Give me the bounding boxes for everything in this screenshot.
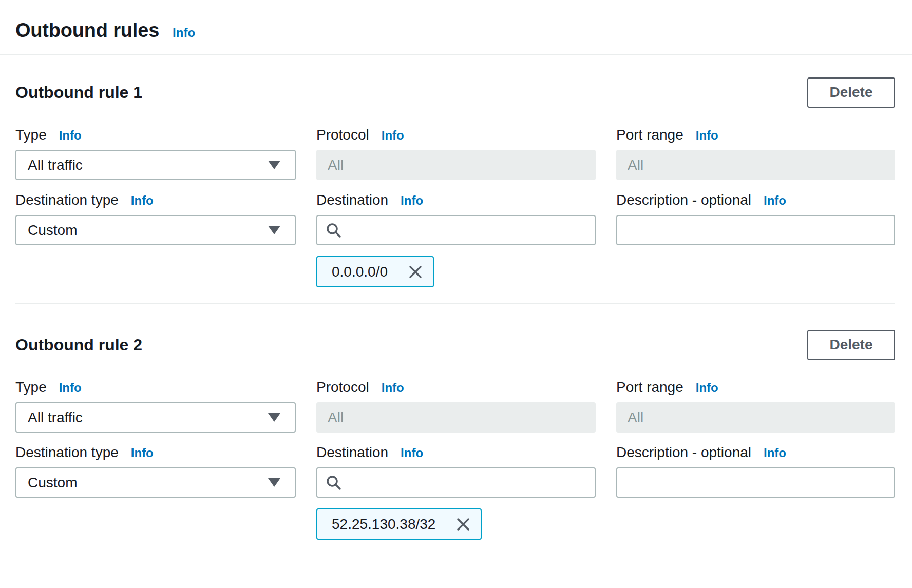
- port-range-info-link[interactable]: Info: [696, 381, 718, 395]
- rule-2-destination-type-label-group: Destination type Info: [15, 444, 296, 461]
- destination-type-select-value: Custom: [28, 222, 77, 239]
- type-label: Type: [15, 379, 47, 396]
- rule-1-token-remove-button[interactable]: [407, 264, 424, 280]
- description-info-link[interactable]: Info: [764, 446, 786, 460]
- type-label: Type: [15, 127, 47, 143]
- rule-1-delete-button[interactable]: Delete: [807, 77, 895, 108]
- protocol-label: Protocol: [316, 127, 369, 143]
- port-range-info-link[interactable]: Info: [696, 128, 718, 143]
- outbound-rules-info-link[interactable]: Info: [173, 26, 195, 40]
- rule-2-heading: Outbound rule 2: [15, 336, 142, 355]
- caret-down-icon: [268, 478, 280, 487]
- port-range-label: Port range: [616, 127, 683, 143]
- token-value: 0.0.0.0/0: [332, 264, 388, 280]
- protocol-info-link[interactable]: Info: [382, 128, 404, 143]
- rule-2-delete-button[interactable]: Delete: [807, 330, 895, 360]
- rule-1-type-select[interactable]: All traffic: [15, 150, 296, 180]
- rule-1-port-range-input: [616, 150, 895, 180]
- rule-2-destination-search-input[interactable]: [349, 475, 586, 491]
- destination-type-select-value: Custom: [28, 475, 77, 491]
- type-info-link[interactable]: Info: [59, 381, 82, 395]
- type-info-link[interactable]: Info: [59, 128, 82, 143]
- protocol-label: Protocol: [316, 379, 369, 396]
- port-range-label: Port range: [616, 379, 683, 396]
- rule-2-port-range-label-group: Port range Info: [616, 379, 895, 396]
- description-label: Description - optional: [616, 192, 751, 208]
- rules-divider: [15, 303, 895, 304]
- search-icon: [326, 222, 342, 239]
- description-label: Description - optional: [616, 444, 751, 461]
- search-icon: [326, 475, 342, 491]
- rule-1-destination-type-select[interactable]: Custom: [15, 215, 296, 245]
- rule-2-destination-type-select[interactable]: Custom: [15, 467, 296, 498]
- token-value: 52.25.130.38/32: [332, 516, 435, 533]
- rule-1-destination-type-label-group: Destination type Info: [15, 192, 296, 208]
- rule-1-protocol-label-group: Protocol Info: [316, 127, 596, 143]
- type-select-value: All traffic: [28, 409, 83, 426]
- rule-2-type-select[interactable]: All traffic: [15, 402, 296, 433]
- caret-down-icon: [268, 226, 280, 234]
- rule-1-protocol-input: [316, 150, 596, 180]
- description-info-link[interactable]: Info: [764, 193, 786, 208]
- rule-1-destination-token: 0.0.0.0/0: [316, 256, 434, 287]
- rule-1-destination-search-input[interactable]: [349, 222, 586, 239]
- rule-1-type-label-group: Type Info: [15, 127, 296, 143]
- rule-2-port-range-input: [616, 402, 895, 433]
- rule-2-description-label-group: Description - optional Info: [616, 444, 895, 461]
- rule-2-destination-label-group: Destination Info: [316, 444, 596, 461]
- caret-down-icon: [268, 161, 280, 169]
- caret-down-icon: [268, 413, 280, 422]
- rule-1-header: Outbound rule 1 Delete: [15, 77, 895, 108]
- destination-type-info-link[interactable]: Info: [131, 446, 154, 460]
- rule-2-protocol-label-group: Protocol Info: [316, 379, 596, 396]
- rule-1-description-label-group: Description - optional Info: [616, 192, 895, 208]
- destination-type-label: Destination type: [15, 192, 119, 208]
- destination-info-link[interactable]: Info: [401, 193, 423, 208]
- protocol-info-link[interactable]: Info: [382, 381, 404, 395]
- rule-1-destination-search-box: [316, 215, 596, 245]
- destination-type-label: Destination type: [15, 444, 119, 461]
- rule-2-token-remove-button[interactable]: [455, 516, 471, 533]
- rule-1-description-input[interactable]: [616, 215, 895, 245]
- rule-2-type-label-group: Type Info: [15, 379, 296, 396]
- page-title: Outbound rules: [15, 19, 159, 42]
- rule-1-port-range-label-group: Port range Info: [616, 127, 895, 143]
- outbound-rule-1-section: Outbound rule 1 Delete Type Info Protoco…: [15, 77, 895, 287]
- rule-2-destination-search-box: [316, 467, 596, 498]
- outbound-rule-2-section: Outbound rule 2 Delete Type Info Protoco…: [15, 329, 895, 540]
- rule-1-destination-label-group: Destination Info: [316, 192, 596, 208]
- destination-label: Destination: [316, 192, 388, 208]
- destination-type-info-link[interactable]: Info: [131, 193, 154, 208]
- close-icon: [456, 517, 470, 532]
- close-icon: [408, 265, 423, 279]
- rule-2-header: Outbound rule 2 Delete: [15, 329, 895, 360]
- type-select-value: All traffic: [28, 157, 83, 173]
- destination-info-link[interactable]: Info: [401, 446, 423, 460]
- destination-label: Destination: [316, 444, 388, 461]
- rule-2-protocol-input: [316, 402, 596, 433]
- rule-2-description-input[interactable]: [616, 467, 895, 498]
- rule-2-destination-token: 52.25.130.38/32: [316, 508, 482, 540]
- outbound-rules-panel: Outbound rule 1 Delete Type Info Protoco…: [0, 77, 912, 540]
- rule-1-heading: Outbound rule 1: [15, 83, 142, 102]
- page-header: Outbound rules Info: [0, 0, 912, 55]
